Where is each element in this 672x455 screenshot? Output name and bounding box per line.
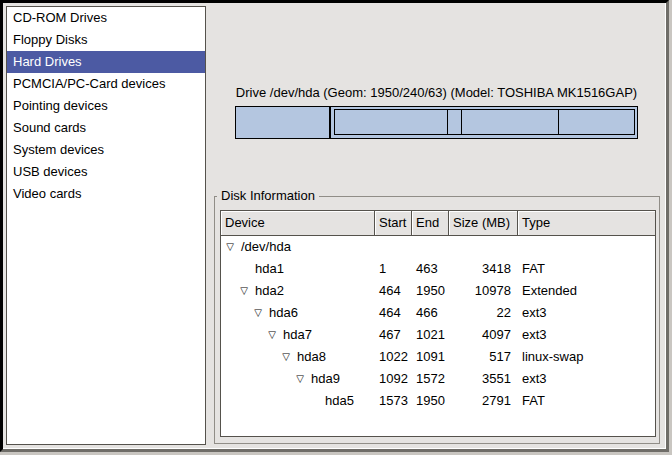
disk-information-label: Disk Information — [217, 188, 319, 204]
disk-table: DeviceStartEndSize (MB)Type ▽/dev/hdahda… — [220, 210, 656, 437]
device-cell: hda1 — [221, 258, 375, 280]
column-header-size-mb-[interactable]: Size (MB) — [449, 211, 518, 236]
device-cell: hda5 — [221, 390, 375, 412]
start-cell: 1 — [375, 258, 412, 280]
extended-partition-region — [331, 107, 637, 138]
table-row-hda7[interactable]: ▽hda746710214097ext3 — [221, 324, 655, 346]
start-cell: 1022 — [375, 346, 412, 368]
table-row-hda9[interactable]: ▽hda9109215723551ext3 — [221, 368, 655, 390]
end-cell: 463 — [412, 258, 449, 280]
end-cell: 466 — [412, 302, 449, 324]
partition-segment-hda7 — [336, 110, 448, 134]
size-cell: 3551 — [449, 368, 518, 390]
sidebar-item-floppy-disks[interactable]: Floppy Disks — [7, 29, 205, 51]
sidebar-item-pointing-devices[interactable]: Pointing devices — [7, 95, 205, 117]
device-cell: ▽/dev/hda — [221, 236, 375, 258]
partition-segment-hda5 — [558, 110, 634, 134]
device-label: hda5 — [325, 390, 354, 412]
drive-title: Drive /dev/hda (Geom: 1950/240/63) (Mode… — [235, 85, 638, 101]
table-row-hda8[interactable]: ▽hda810221091517linux-swap — [221, 346, 655, 368]
type-cell: FAT — [518, 258, 655, 280]
expander-open-icon[interactable]: ▽ — [293, 368, 307, 390]
table-row-hda1[interactable]: hda114633418FAT — [221, 258, 655, 280]
extended-partition-inner — [334, 109, 635, 135]
table-row-hda5[interactable]: hda5157319502791FAT — [221, 390, 655, 412]
end-cell: 1572 — [412, 368, 449, 390]
start-cell: 464 — [375, 302, 412, 324]
size-cell: 22 — [449, 302, 518, 324]
partition-bar — [235, 106, 638, 139]
table-row--dev-hda[interactable]: ▽/dev/hda — [221, 236, 655, 258]
size-cell: 2791 — [449, 390, 518, 412]
device-label: /dev/hda — [241, 236, 291, 258]
disk-table-header: DeviceStartEndSize (MB)Type — [221, 211, 655, 236]
column-header-device[interactable]: Device — [221, 211, 375, 236]
type-cell: ext3 — [518, 302, 655, 324]
start-cell — [375, 236, 412, 258]
column-header-type[interactable]: Type — [518, 211, 655, 236]
size-cell — [449, 236, 518, 258]
partition-segment-hda9 — [461, 110, 558, 134]
sidebar-item-system-devices[interactable]: System devices — [7, 139, 205, 161]
device-category-list[interactable]: CD-ROM DrivesFloppy DisksHard DrivesPCMC… — [6, 6, 206, 445]
device-cell: ▽hda7 — [221, 324, 375, 346]
disk-information-group: Disk Information DeviceStartEndSize (MB)… — [214, 196, 660, 444]
sidebar-item-pcmcia-pc-card-devices[interactable]: PCMCIA/PC-Card devices — [7, 73, 205, 95]
end-cell: 1091 — [412, 346, 449, 368]
sidebar-item-hard-drives[interactable]: Hard Drives — [7, 51, 205, 73]
type-cell: linux-swap — [518, 346, 655, 368]
expander-open-icon[interactable]: ▽ — [279, 346, 293, 368]
sidebar-item-usb-devices[interactable]: USB devices — [7, 161, 205, 183]
sidebar-item-cd-rom-drives[interactable]: CD-ROM Drives — [7, 7, 205, 29]
partition-segment-hda8 — [447, 110, 461, 134]
column-header-end[interactable]: End — [412, 211, 449, 236]
sidebar-item-sound-cards[interactable]: Sound cards — [7, 117, 205, 139]
size-cell: 4097 — [449, 324, 518, 346]
device-cell: ▽hda8 — [221, 346, 375, 368]
size-cell: 10978 — [449, 280, 518, 302]
hardware-browser-window: CD-ROM DrivesFloppy DisksHard DrivesPCMC… — [0, 0, 669, 452]
table-row-hda2[interactable]: ▽hda2464195010978Extended — [221, 280, 655, 302]
end-cell: 1021 — [412, 324, 449, 346]
column-header-start[interactable]: Start — [375, 211, 412, 236]
device-cell: ▽hda9 — [221, 368, 375, 390]
expander-open-icon[interactable]: ▽ — [237, 280, 251, 302]
device-cell: ▽hda6 — [221, 302, 375, 324]
type-cell: ext3 — [518, 324, 655, 346]
size-cell: 3418 — [449, 258, 518, 280]
sidebar-item-video-cards[interactable]: Video cards — [7, 183, 205, 205]
device-label: hda9 — [311, 368, 340, 390]
start-cell: 464 — [375, 280, 412, 302]
start-cell: 1092 — [375, 368, 412, 390]
start-cell: 467 — [375, 324, 412, 346]
device-label: hda6 — [269, 302, 298, 324]
type-cell: FAT — [518, 390, 655, 412]
type-cell: ext3 — [518, 368, 655, 390]
expander-open-icon[interactable]: ▽ — [265, 324, 279, 346]
size-cell: 517 — [449, 346, 518, 368]
type-cell — [518, 236, 655, 258]
partition-segment-primary — [236, 107, 331, 138]
end-cell: 1950 — [412, 280, 449, 302]
device-label: hda8 — [297, 346, 326, 368]
end-cell: 1950 — [412, 390, 449, 412]
device-label: hda1 — [255, 258, 284, 280]
expander-open-icon[interactable]: ▽ — [223, 236, 237, 258]
expander-open-icon[interactable]: ▽ — [251, 302, 265, 324]
start-cell: 1573 — [375, 390, 412, 412]
device-cell: ▽hda2 — [221, 280, 375, 302]
end-cell — [412, 236, 449, 258]
type-cell: Extended — [518, 280, 655, 302]
device-label: hda7 — [283, 324, 312, 346]
disk-table-body: ▽/dev/hdahda114633418FAT▽hda246419501097… — [221, 236, 655, 412]
device-label: hda2 — [255, 280, 284, 302]
table-row-hda6[interactable]: ▽hda646446622ext3 — [221, 302, 655, 324]
